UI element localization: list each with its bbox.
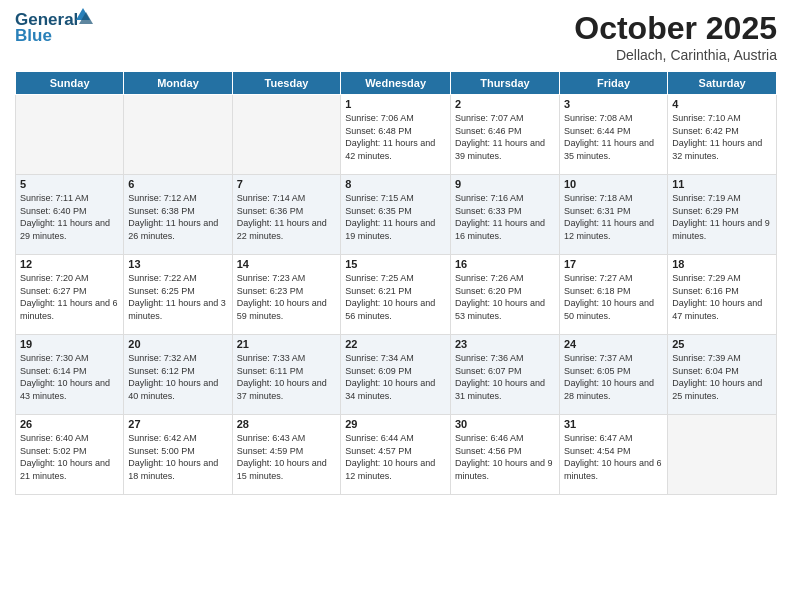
calendar-week-row: 19 Sunrise: 7:30 AM Sunset: 6:14 PM Dayl… xyxy=(16,335,777,415)
day-info: Sunrise: 7:33 AM Sunset: 6:11 PM Dayligh… xyxy=(237,352,337,402)
day-number: 22 xyxy=(345,338,446,350)
table-row xyxy=(232,95,341,175)
day-info: Sunrise: 6:40 AM Sunset: 5:02 PM Dayligh… xyxy=(20,432,119,482)
table-row: 21 Sunrise: 7:33 AM Sunset: 6:11 PM Dayl… xyxy=(232,335,341,415)
day-info: Sunrise: 7:26 AM Sunset: 6:20 PM Dayligh… xyxy=(455,272,555,322)
day-number: 27 xyxy=(128,418,227,430)
table-row: 25 Sunrise: 7:39 AM Sunset: 6:04 PM Dayl… xyxy=(668,335,777,415)
title-block: October 2025 Dellach, Carinthia, Austria xyxy=(574,10,777,63)
day-number: 25 xyxy=(672,338,772,350)
calendar-week-row: 5 Sunrise: 7:11 AM Sunset: 6:40 PM Dayli… xyxy=(16,175,777,255)
table-row: 29 Sunrise: 6:44 AM Sunset: 4:57 PM Dayl… xyxy=(341,415,451,495)
table-row: 23 Sunrise: 7:36 AM Sunset: 6:07 PM Dayl… xyxy=(450,335,559,415)
location: Dellach, Carinthia, Austria xyxy=(574,47,777,63)
day-number: 15 xyxy=(345,258,446,270)
table-row: 3 Sunrise: 7:08 AM Sunset: 6:44 PM Dayli… xyxy=(559,95,667,175)
day-info: Sunrise: 7:16 AM Sunset: 6:33 PM Dayligh… xyxy=(455,192,555,242)
table-row: 6 Sunrise: 7:12 AM Sunset: 6:38 PM Dayli… xyxy=(124,175,232,255)
day-info: Sunrise: 7:27 AM Sunset: 6:18 PM Dayligh… xyxy=(564,272,663,322)
day-info: Sunrise: 7:32 AM Sunset: 6:12 PM Dayligh… xyxy=(128,352,227,402)
day-info: Sunrise: 7:20 AM Sunset: 6:27 PM Dayligh… xyxy=(20,272,119,322)
day-number: 9 xyxy=(455,178,555,190)
day-number: 19 xyxy=(20,338,119,350)
table-row: 12 Sunrise: 7:20 AM Sunset: 6:27 PM Dayl… xyxy=(16,255,124,335)
day-number: 23 xyxy=(455,338,555,350)
day-number: 2 xyxy=(455,98,555,110)
table-row: 1 Sunrise: 7:06 AM Sunset: 6:48 PM Dayli… xyxy=(341,95,451,175)
day-number: 4 xyxy=(672,98,772,110)
table-row: 15 Sunrise: 7:25 AM Sunset: 6:21 PM Dayl… xyxy=(341,255,451,335)
month-title: October 2025 xyxy=(574,10,777,47)
day-number: 17 xyxy=(564,258,663,270)
day-number: 18 xyxy=(672,258,772,270)
day-info: Sunrise: 7:08 AM Sunset: 6:44 PM Dayligh… xyxy=(564,112,663,162)
table-row: 11 Sunrise: 7:19 AM Sunset: 6:29 PM Dayl… xyxy=(668,175,777,255)
day-number: 5 xyxy=(20,178,119,190)
table-row: 9 Sunrise: 7:16 AM Sunset: 6:33 PM Dayli… xyxy=(450,175,559,255)
day-number: 7 xyxy=(237,178,337,190)
table-row xyxy=(124,95,232,175)
day-number: 14 xyxy=(237,258,337,270)
day-info: Sunrise: 6:42 AM Sunset: 5:00 PM Dayligh… xyxy=(128,432,227,482)
table-row: 19 Sunrise: 7:30 AM Sunset: 6:14 PM Dayl… xyxy=(16,335,124,415)
table-row: 30 Sunrise: 6:46 AM Sunset: 4:56 PM Dayl… xyxy=(450,415,559,495)
day-number: 13 xyxy=(128,258,227,270)
day-info: Sunrise: 7:30 AM Sunset: 6:14 PM Dayligh… xyxy=(20,352,119,402)
day-number: 8 xyxy=(345,178,446,190)
day-info: Sunrise: 7:12 AM Sunset: 6:38 PM Dayligh… xyxy=(128,192,227,242)
table-row: 10 Sunrise: 7:18 AM Sunset: 6:31 PM Dayl… xyxy=(559,175,667,255)
day-info: Sunrise: 6:47 AM Sunset: 4:54 PM Dayligh… xyxy=(564,432,663,482)
header: General Blue October 2025 Dellach, Carin… xyxy=(15,10,777,63)
day-number: 21 xyxy=(237,338,337,350)
day-number: 29 xyxy=(345,418,446,430)
header-friday: Friday xyxy=(559,72,667,95)
day-info: Sunrise: 7:39 AM Sunset: 6:04 PM Dayligh… xyxy=(672,352,772,402)
day-number: 11 xyxy=(672,178,772,190)
day-info: Sunrise: 6:46 AM Sunset: 4:56 PM Dayligh… xyxy=(455,432,555,482)
day-info: Sunrise: 7:10 AM Sunset: 6:42 PM Dayligh… xyxy=(672,112,772,162)
day-number: 28 xyxy=(237,418,337,430)
day-number: 31 xyxy=(564,418,663,430)
day-number: 26 xyxy=(20,418,119,430)
table-row: 27 Sunrise: 6:42 AM Sunset: 5:00 PM Dayl… xyxy=(124,415,232,495)
day-number: 24 xyxy=(564,338,663,350)
day-info: Sunrise: 7:19 AM Sunset: 6:29 PM Dayligh… xyxy=(672,192,772,242)
day-info: Sunrise: 6:44 AM Sunset: 4:57 PM Dayligh… xyxy=(345,432,446,482)
day-info: Sunrise: 7:36 AM Sunset: 6:07 PM Dayligh… xyxy=(455,352,555,402)
page: General Blue October 2025 Dellach, Carin… xyxy=(0,0,792,612)
day-info: Sunrise: 7:07 AM Sunset: 6:46 PM Dayligh… xyxy=(455,112,555,162)
day-number: 16 xyxy=(455,258,555,270)
calendar-week-row: 26 Sunrise: 6:40 AM Sunset: 5:02 PM Dayl… xyxy=(16,415,777,495)
header-sunday: Sunday xyxy=(16,72,124,95)
table-row: 24 Sunrise: 7:37 AM Sunset: 6:05 PM Dayl… xyxy=(559,335,667,415)
header-tuesday: Tuesday xyxy=(232,72,341,95)
table-row: 14 Sunrise: 7:23 AM Sunset: 6:23 PM Dayl… xyxy=(232,255,341,335)
table-row xyxy=(16,95,124,175)
day-info: Sunrise: 6:43 AM Sunset: 4:59 PM Dayligh… xyxy=(237,432,337,482)
table-row: 26 Sunrise: 6:40 AM Sunset: 5:02 PM Dayl… xyxy=(16,415,124,495)
day-number: 1 xyxy=(345,98,446,110)
day-info: Sunrise: 7:34 AM Sunset: 6:09 PM Dayligh… xyxy=(345,352,446,402)
day-number: 20 xyxy=(128,338,227,350)
table-row: 5 Sunrise: 7:11 AM Sunset: 6:40 PM Dayli… xyxy=(16,175,124,255)
table-row: 31 Sunrise: 6:47 AM Sunset: 4:54 PM Dayl… xyxy=(559,415,667,495)
day-info: Sunrise: 7:29 AM Sunset: 6:16 PM Dayligh… xyxy=(672,272,772,322)
day-number: 6 xyxy=(128,178,227,190)
calendar-table: Sunday Monday Tuesday Wednesday Thursday… xyxy=(15,71,777,495)
day-number: 12 xyxy=(20,258,119,270)
table-row xyxy=(668,415,777,495)
table-row: 22 Sunrise: 7:34 AM Sunset: 6:09 PM Dayl… xyxy=(341,335,451,415)
header-thursday: Thursday xyxy=(450,72,559,95)
day-info: Sunrise: 7:23 AM Sunset: 6:23 PM Dayligh… xyxy=(237,272,337,322)
header-saturday: Saturday xyxy=(668,72,777,95)
day-info: Sunrise: 7:11 AM Sunset: 6:40 PM Dayligh… xyxy=(20,192,119,242)
day-number: 30 xyxy=(455,418,555,430)
day-number: 3 xyxy=(564,98,663,110)
table-row: 7 Sunrise: 7:14 AM Sunset: 6:36 PM Dayli… xyxy=(232,175,341,255)
calendar-week-row: 1 Sunrise: 7:06 AM Sunset: 6:48 PM Dayli… xyxy=(16,95,777,175)
day-info: Sunrise: 7:22 AM Sunset: 6:25 PM Dayligh… xyxy=(128,272,227,322)
table-row: 2 Sunrise: 7:07 AM Sunset: 6:46 PM Dayli… xyxy=(450,95,559,175)
table-row: 28 Sunrise: 6:43 AM Sunset: 4:59 PM Dayl… xyxy=(232,415,341,495)
day-info: Sunrise: 7:06 AM Sunset: 6:48 PM Dayligh… xyxy=(345,112,446,162)
logo: General Blue xyxy=(15,10,96,46)
